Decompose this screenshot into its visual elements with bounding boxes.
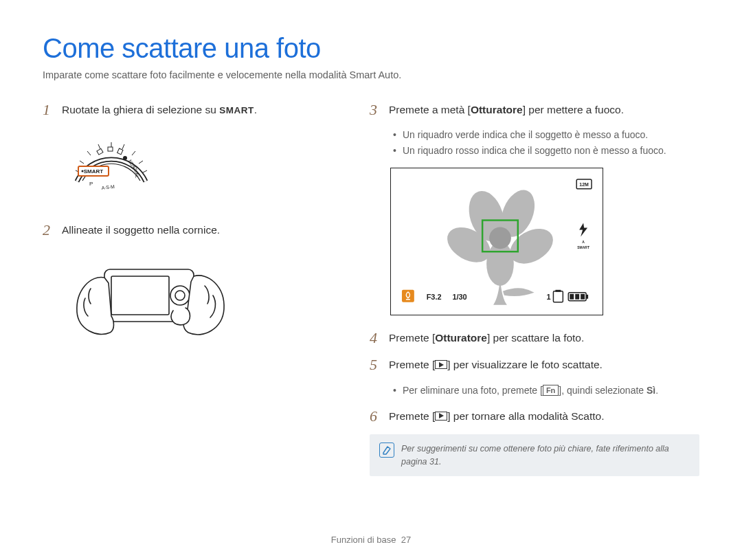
step-5: 5 Premete [] per visualizzare le foto sc… [370,356,699,373]
step4-bold: Otturatore [435,332,487,344]
tip-note-icon [379,443,394,458]
svg-point-28 [489,227,511,249]
lcd-screen-icon: 12M A SMART F3.2 1/30 1 [398,175,596,305]
bullet: Per eliminare una foto, premete [Fn], qu… [393,383,699,398]
s5b-a: Per eliminare una foto, premete [ [403,385,543,396]
step5-b: ] per visualizzare le foto scattate. [447,359,603,370]
step4-a: Premete [ [389,332,435,344]
svg-rect-17 [117,148,123,155]
footer-page: 27 [401,535,411,545]
svg-line-8 [143,170,147,172]
svg-text:A·S·M: A·S·M [101,184,115,190]
page-title: Come scattare una foto [43,33,699,64]
svg-rect-35 [553,291,563,302]
mode-dial-illustration: SMART DUAL NDS P A·S·M [70,128,338,199]
svg-rect-41 [581,294,585,300]
step-text: Premete a metà [Otturatore] per mettere … [389,101,624,117]
step-number: 5 [370,356,386,373]
step1-text-a: Ruotate la ghiera di selezione su [62,104,219,115]
svg-rect-40 [575,294,579,300]
step6-b: ] per tornare alla modalità Scatto. [447,410,604,422]
lcd-count: 1 [546,293,550,301]
step-6: 6 Premete [] per tornare alla modalità S… [370,407,699,425]
svg-text:A: A [582,241,585,245]
bullet: Un riquadro verde indica che il soggetto… [393,128,699,142]
svg-rect-15 [97,149,103,155]
svg-text:P: P [89,181,93,187]
step-text: Premete [] per tornare alla modalità Sca… [389,407,605,424]
lcd-shutter: 1/30 [452,293,466,301]
step-text: Ruotate la ghiera di selezione su SMART. [62,101,257,117]
step6-a: Premete [ [389,410,435,422]
svg-point-22 [175,291,185,300]
svg-line-5 [122,144,124,149]
dial-smart-text: SMART [84,168,104,175]
lcd-preview-illustration: 12M A SMART F3.2 1/30 1 [390,168,603,315]
svg-text:12M: 12M [579,182,589,187]
content-columns: 1 Ruotate la ghiera di selezione su SMAR… [43,101,699,476]
step-2: 2 Allineate il soggetto nella cornice. [43,221,338,238]
step1-text-b: . [254,104,257,115]
svg-rect-39 [570,294,574,300]
playback-icon [435,360,447,369]
fn-button-icon: Fn [543,385,559,396]
tip-callout: Per suggerimenti su come ottenere foto p… [370,434,699,477]
mode-dial-icon: SMART DUAL NDS P A·S·M [70,128,153,197]
step3-bold: Otturatore [471,104,523,115]
step3-a: Premete a metà [ [389,104,471,115]
step-number: 3 [370,101,386,118]
svg-rect-20 [111,276,169,315]
lcd-aperture: F3.2 [427,293,442,301]
bullet: Un riquadro rosso indica che il soggetto… [393,144,699,158]
step-4: 4 Premete [Otturatore] per scattare la f… [370,329,699,346]
step3-b: ] per mettere a fuoco. [523,104,624,115]
step-number: 6 [370,407,386,425]
s5b-b: ], quindi selezionate [559,385,647,396]
step4-b: ] per scattare la foto. [487,332,584,344]
svg-line-6 [132,151,135,155]
svg-text:SMART: SMART [577,247,589,250]
s5b-c: . [655,385,658,396]
svg-rect-16 [108,147,113,151]
step5-a: Premete [ [389,359,435,370]
step-number: 2 [43,221,59,238]
smart-mode-label: SMART [219,105,254,115]
svg-rect-38 [586,295,588,299]
svg-line-3 [98,144,100,149]
page-subtitle: Imparate come scattare foto facilmente e… [43,69,699,80]
step-text: Premete [] per visualizzare le foto scat… [389,356,603,372]
svg-line-1 [80,161,84,164]
step-text: Allineate il soggetto nella cornice. [62,221,220,238]
step-text: Premete [Otturatore] per scattare la fot… [389,329,584,346]
svg-rect-34 [402,290,414,302]
right-column: 3 Premete a metà [Otturatore] per metter… [370,101,699,476]
svg-point-18 [123,156,127,160]
svg-line-7 [139,161,143,164]
footer-section: Funzioni di base [331,535,396,545]
playback-icon [435,412,447,421]
s5b-bold: Sì [647,385,655,396]
tip-text: Per suggerimenti su come ottenere foto p… [401,443,690,469]
left-column: 1 Ruotate la ghiera di selezione su SMAR… [43,101,338,476]
svg-rect-36 [555,290,561,292]
hands-holding-camera-illustration [70,249,338,355]
step3-bullets: Un riquadro verde indica che il soggetto… [393,128,699,158]
step-1: 1 Ruotate la ghiera di selezione su SMAR… [43,101,338,118]
step-number: 4 [370,329,386,346]
svg-line-2 [87,151,91,155]
step-3: 3 Premete a metà [Otturatore] per metter… [370,101,699,118]
page-footer: Funzioni di base 27 [0,535,742,545]
hands-camera-icon [70,249,228,352]
step-number: 1 [43,101,59,118]
step5-bullets: Per eliminare una foto, premete [Fn], qu… [393,383,699,398]
